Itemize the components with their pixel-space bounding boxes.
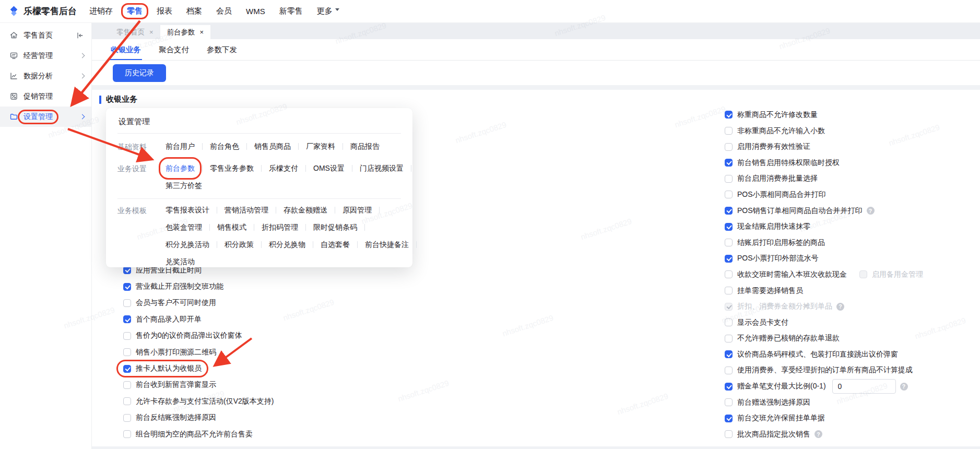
nav-item-进销存[interactable]: 进销存: [89, 6, 113, 16]
menu-item-兑奖活动[interactable]: 兑奖活动: [166, 253, 195, 270]
checkbox[interactable]: [725, 287, 733, 294]
menu-item-包装盒管理[interactable]: 包装盒管理: [166, 219, 202, 236]
checkbox[interactable]: [725, 350, 733, 358]
checkbox[interactable]: [725, 175, 733, 183]
checkbox[interactable]: [725, 255, 733, 263]
menu-item-前台参数[interactable]: 前台参数: [166, 160, 195, 177]
menu-item-零售业务参数[interactable]: 零售业务参数: [210, 160, 254, 177]
nav-item-WMS[interactable]: WMS: [246, 7, 265, 16]
nav-item-会员[interactable]: 会员: [216, 6, 232, 16]
menu-item-销售模式[interactable]: 销售模式: [217, 219, 246, 236]
checkbox[interactable]: [123, 414, 131, 422]
tab-零售首页[interactable]: 零售首页×: [110, 25, 160, 39]
menu-item-存款金额赠送[interactable]: 存款金额赠送: [284, 202, 327, 219]
collapse-sidebar-icon[interactable]: [76, 31, 84, 40]
sidebar-item-经营管理[interactable]: 经营管理: [0, 45, 91, 66]
menu-item-自选套餐[interactable]: 自选套餐: [321, 236, 350, 253]
param-label: 组合明细为空的商品不允许前台售卖: [136, 430, 253, 439]
menu-item-折扣码管理[interactable]: 折扣码管理: [262, 219, 298, 236]
promo-icon: [9, 92, 18, 101]
menu-item-前台用户[interactable]: 前台用户: [166, 138, 195, 155]
param-label: 前台交班允许保留挂单单据: [737, 413, 825, 423]
sidebar-item-促销管理[interactable]: 促销管理: [0, 86, 91, 107]
ratio-input[interactable]: [832, 379, 896, 394]
subtab-收银业务[interactable]: 收银业务: [110, 39, 142, 60]
nav-item-更多[interactable]: 更多: [317, 6, 339, 16]
checkbox[interactable]: [725, 335, 733, 342]
menu-item-原因管理[interactable]: 原因管理: [343, 202, 372, 219]
menu-item-限时促销条码[interactable]: 限时促销条码: [313, 219, 357, 236]
checkbox[interactable]: [725, 207, 733, 215]
param-row: 前台销售启用特殊权限临时授权: [725, 155, 923, 171]
checkbox[interactable]: [725, 367, 733, 374]
checkbox[interactable]: [725, 270, 733, 278]
menu-item-积分兑换活动[interactable]: 积分兑换活动: [166, 236, 209, 253]
menu-item-第三方价签[interactable]: 第三方价签: [166, 177, 202, 194]
checkbox[interactable]: [725, 111, 733, 119]
menu-item-商品报告[interactable]: 商品报告: [350, 138, 380, 155]
close-icon[interactable]: ×: [200, 29, 204, 36]
sidebar-item-数据分析[interactable]: 数据分析: [0, 66, 91, 86]
history-button[interactable]: 历史记录: [113, 64, 166, 82]
checkbox[interactable]: [123, 430, 131, 438]
checkbox[interactable]: [725, 415, 733, 422]
help-icon[interactable]: ?: [836, 303, 844, 311]
checkbox[interactable]: [123, 283, 131, 291]
param-row: 折扣、消费券金额分摊到单品?: [725, 299, 923, 315]
checkbox[interactable]: [123, 381, 131, 389]
sidebar-item-设置管理[interactable]: 设置管理: [0, 107, 91, 127]
checkbox[interactable]: [123, 315, 131, 323]
menu-item-营销活动管理[interactable]: 营销活动管理: [225, 202, 268, 219]
checkbox[interactable]: [725, 430, 733, 438]
menu-item-OMS设置[interactable]: OMS设置: [313, 160, 345, 177]
nav-item-新零售[interactable]: 新零售: [279, 6, 303, 16]
subtab-参数下发[interactable]: 参数下发: [206, 39, 238, 60]
sidebar-item-零售首页[interactable]: 零售首页: [0, 25, 91, 45]
checkbox[interactable]: [725, 383, 733, 391]
checkbox[interactable]: [123, 348, 131, 356]
separator: [335, 207, 335, 214]
param-label: 收款交班时需输入本班次收款现金: [737, 270, 847, 279]
param-label: 前台销售启用特殊权限临时授权: [737, 158, 840, 168]
menu-item-前台快捷备注[interactable]: 前台快捷备注: [365, 236, 409, 253]
menu-item-销售员商品[interactable]: 销售员商品: [254, 138, 291, 155]
checkbox[interactable]: [725, 318, 733, 326]
param-row: 前台启用消费券批量选择: [725, 171, 923, 187]
checkbox[interactable]: [725, 143, 733, 151]
help-icon[interactable]: ?: [900, 383, 908, 391]
checkbox[interactable]: [725, 239, 733, 246]
help-icon[interactable]: ?: [867, 207, 875, 215]
nav-item-报表[interactable]: 报表: [157, 6, 172, 16]
param-row: POS小票相同商品合并打印: [725, 187, 923, 203]
menu-item-积分政策[interactable]: 积分政策: [225, 236, 254, 253]
param-wrap: 会员与客户不可同时使用: [123, 298, 216, 308]
close-icon[interactable]: ×: [149, 29, 154, 36]
param-row: 前台收到新留言弹窗显示: [123, 377, 274, 393]
tab-前台参数[interactable]: 前台参数×: [160, 25, 211, 39]
subtab-聚合支付[interactable]: 聚合支付: [158, 39, 190, 60]
menu-item-前台角色[interactable]: 前台角色: [210, 138, 239, 155]
checkbox[interactable]: [123, 397, 131, 405]
checkbox[interactable]: [725, 159, 733, 167]
checkbox[interactable]: [725, 223, 733, 231]
param-extra-label: 启用备用金管理: [872, 270, 923, 279]
nav-item-档案[interactable]: 档案: [186, 6, 202, 16]
checkbox[interactable]: [123, 365, 131, 373]
menu-item-厂家资料[interactable]: 厂家资料: [306, 138, 335, 155]
checkbox[interactable]: [725, 127, 733, 135]
caret-down-icon: [335, 8, 339, 13]
param-row: 称重商品不允许修改数量: [725, 107, 923, 123]
menu-item-积分兑换物[interactable]: 积分兑换物: [269, 236, 305, 253]
toolbar: 历史记录: [92, 61, 980, 85]
checkbox[interactable]: [725, 191, 733, 198]
menu-item-乐檬支付[interactable]: 乐檬支付: [269, 160, 298, 177]
help-icon[interactable]: ?: [814, 430, 822, 438]
checkbox[interactable]: [725, 398, 733, 406]
checkbox[interactable]: [123, 299, 131, 307]
nav-item-零售[interactable]: 零售: [127, 6, 143, 16]
separator: [202, 165, 203, 172]
checkbox[interactable]: [123, 332, 131, 340]
menu-item-门店视频设置[interactable]: 门店视频设置: [360, 160, 404, 177]
annotation-circle-menu: [159, 157, 202, 180]
menu-item-零售报表设计[interactable]: 零售报表设计: [166, 202, 209, 219]
